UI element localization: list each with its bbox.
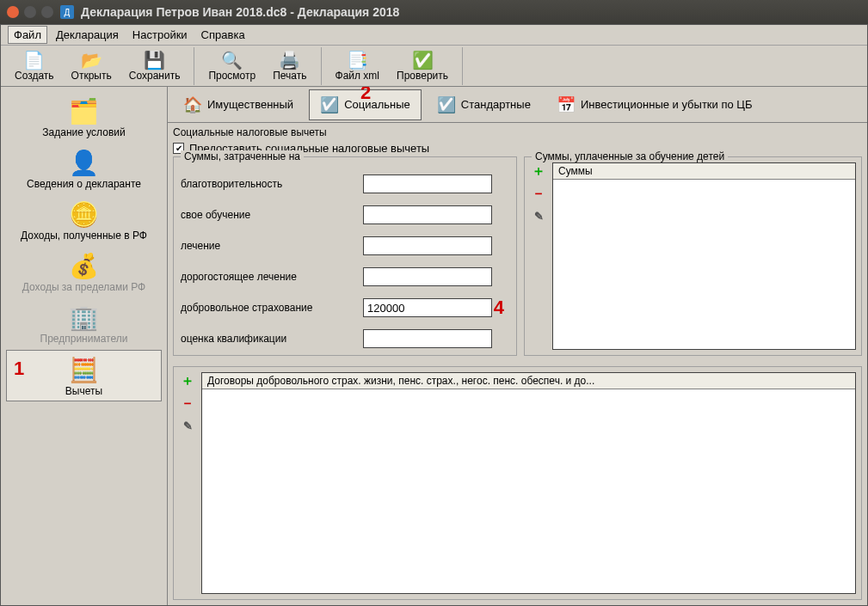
sidebar-item-conditions[interactable]: 🗂️ Задание условий: [6, 92, 162, 142]
tab-social[interactable]: ☑️ Социальные: [309, 89, 422, 120]
new-file-icon: 📄: [23, 51, 45, 70]
coins-icon: 🪙: [69, 200, 99, 230]
expensive-treatment-input[interactable]: [363, 267, 492, 286]
house-icon: 🏠: [183, 95, 202, 114]
checkbox-icon: ☑️: [320, 95, 339, 114]
insurance-label: добровольное страхование: [181, 302, 363, 314]
annotation-1: 1: [14, 358, 24, 380]
charity-input[interactable]: [363, 174, 492, 193]
check-icon: ✅: [412, 51, 434, 70]
qualification-label: оценка квалификации: [181, 333, 363, 345]
sidebar-item-income-rf[interactable]: 🪙 Доходы, полученные в РФ: [6, 195, 162, 245]
minimize-window-icon[interactable]: [24, 6, 36, 18]
delete-contract-button[interactable]: －: [179, 395, 196, 412]
contracts-grid[interactable]: Договоры добровольного страх. жизни, пен…: [201, 372, 856, 594]
add-child-button[interactable]: ＋: [530, 162, 547, 180]
preview-button[interactable]: 🔍 Просмотр: [200, 49, 264, 83]
sidebar-item-income-foreign[interactable]: 💰 Доходы за пределами РФ: [6, 247, 162, 297]
preview-icon: 🔍: [221, 51, 243, 70]
window-controls: [7, 6, 53, 18]
money-bag-icon: 💰: [69, 252, 99, 281]
conditions-icon: 🗂️: [69, 97, 99, 126]
checkbox-icon: ☑️: [437, 95, 456, 114]
folder-open-icon: 📂: [81, 51, 102, 70]
sidebar-item-deductions[interactable]: 1 🧮 Вычеты: [6, 350, 162, 401]
children-list[interactable]: Суммы: [552, 162, 856, 350]
sidebar: 🗂️ Задание условий 👤 Сведения о декларан…: [1, 87, 168, 605]
xml-button[interactable]: 📑 Файл xml: [327, 49, 389, 83]
toolbar: 📄 Создать 📂 Открыть 💾 Сохранить 🔍 Просмо…: [1, 46, 867, 87]
menu-settings[interactable]: Настройки: [127, 27, 193, 43]
tab-invest[interactable]: 📅 Инвестиционные и убытки по ЦБ: [546, 90, 763, 119]
menu-file[interactable]: Файл: [8, 26, 47, 44]
insurance-input[interactable]: [363, 298, 492, 317]
save-button[interactable]: 💾 Сохранить: [120, 49, 189, 83]
children-col-header: Суммы: [553, 163, 855, 180]
save-icon: 💾: [144, 51, 165, 70]
menubar: Файл Декларация Настройки Справка: [1, 25, 867, 46]
section-title: Социальные налоговые вычеты: [173, 125, 862, 140]
delete-child-button[interactable]: －: [530, 185, 547, 202]
charity-label: благотворительность: [181, 178, 363, 190]
window-titlebar: Д Декларация Петров Иван 2018.dc8 - Декл…: [0, 0, 868, 24]
check-button[interactable]: ✅ Проверить: [388, 49, 457, 83]
treatment-input[interactable]: [363, 236, 492, 255]
print-button[interactable]: 🖨️ Печать: [264, 49, 315, 83]
business-icon: 🏢: [69, 303, 99, 333]
menu-help[interactable]: Справка: [196, 27, 250, 43]
printer-icon: 🖨️: [279, 51, 300, 70]
edit-child-button[interactable]: ✎: [530, 207, 547, 224]
annotation-4: 4: [494, 297, 504, 319]
maximize-window-icon[interactable]: [41, 6, 53, 18]
education-label: свое обучение: [181, 209, 363, 221]
create-button[interactable]: 📄 Создать: [6, 49, 63, 83]
menu-declaration[interactable]: Декларация: [51, 27, 124, 43]
treatment-label: лечение: [181, 240, 363, 252]
app-icon: Д: [60, 5, 74, 19]
contracts-group: ＋ － ✎ Договоры добровольного страх. жизн…: [173, 366, 862, 600]
expensive-treatment-label: дорогостоящее лечение: [181, 271, 363, 283]
window-title: Декларация Петров Иван 2018.dc8 - Деклар…: [81, 5, 399, 19]
education-input[interactable]: [363, 205, 492, 224]
edit-contract-button[interactable]: ✎: [179, 417, 196, 434]
children-education-group: Суммы, уплаченные за обучение детей ＋ － …: [524, 156, 862, 356]
sidebar-item-declarant[interactable]: 👤 Сведения о декларанте: [6, 144, 162, 193]
add-contract-button[interactable]: ＋: [179, 372, 196, 389]
spent-legend: Суммы, затраченные на: [181, 150, 304, 162]
spent-group: Суммы, затраченные на благотворительност…: [173, 156, 517, 356]
tab-bar: 🏠 Имущественный ☑️ Социальные ☑️ Стандар…: [168, 87, 867, 123]
contracts-header: Договоры добровольного страх. жизни, пен…: [202, 373, 855, 389]
tab-standard[interactable]: ☑️ Стандартные: [427, 90, 541, 119]
xml-file-icon: 📑: [347, 51, 368, 70]
tab-property[interactable]: 🏠 Имущественный: [173, 90, 304, 119]
sidebar-item-entrepreneurs[interactable]: 🏢 Предприниматели: [6, 298, 162, 348]
calendar-icon: 📅: [557, 95, 576, 114]
calculator-icon: 🧮: [69, 356, 99, 385]
qualification-input[interactable]: [363, 329, 492, 348]
person-icon: 👤: [69, 149, 99, 178]
children-legend: Суммы, уплаченные за обучение детей: [532, 150, 728, 162]
close-window-icon[interactable]: [7, 6, 19, 18]
open-button[interactable]: 📂 Открыть: [63, 49, 120, 83]
